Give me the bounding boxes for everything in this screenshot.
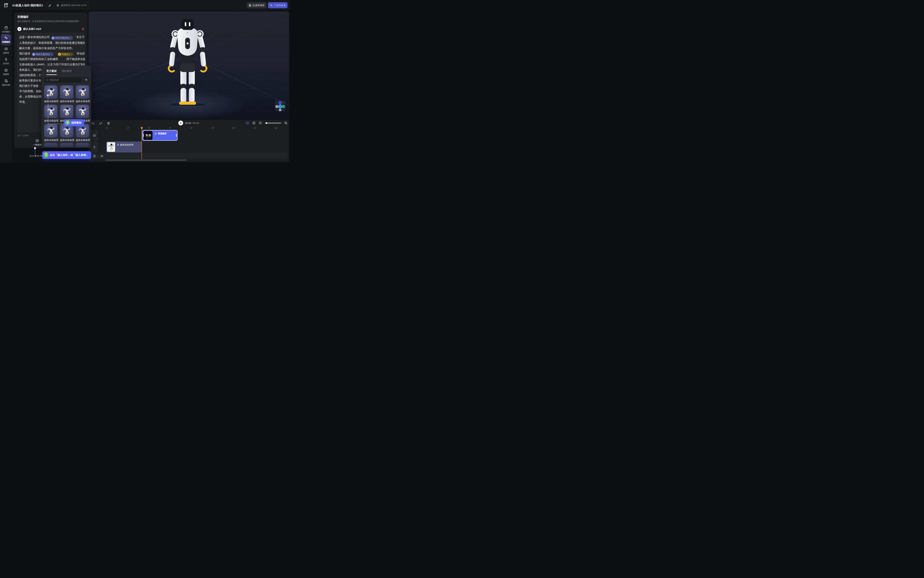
action-clip[interactable]: 超帅走路姿势 <box>106 141 142 153</box>
material-caption: 超帅走路姿势 <box>44 138 58 142</box>
tab-official-materials[interactable]: 官方素材 <box>46 70 57 73</box>
robot-face-icon <box>4 47 8 50</box>
deploy-device-button[interactable]: 下发到设备 <box>268 2 288 8</box>
delete-audio-button[interactable] <box>81 28 85 31</box>
material-grid: 超帅走路姿势...超帅走路姿势超帅走路姿势超帅走路姿势超帅走路姿势超帅走路姿势超… <box>44 85 89 142</box>
fit-view-button[interactable] <box>252 121 255 125</box>
volume-icon[interactable] <box>100 154 103 157</box>
audio-file-row: 默认名称1.mp3 <box>17 27 85 31</box>
trim-handle-left[interactable] <box>143 134 144 137</box>
deploy-device-label: 下发到设备 <box>274 4 286 7</box>
search-icon <box>46 79 49 81</box>
material-thumbnail[interactable] <box>76 85 89 99</box>
timeline-ruler[interactable]: 0f2f4f6f8f10f12f14f16f <box>96 127 288 130</box>
topbar: A1机器人动作-我的项目1 保存时间 26/01/03 12:01 合成并保存 … <box>0 0 290 11</box>
ruler-label: 0f <box>106 127 107 129</box>
material-caption: 超帅走路姿势 <box>60 100 74 103</box>
synthesize-save-label: 合成并保存 <box>253 4 265 7</box>
sidebar-item-2[interactable]: 音频编排 <box>1 34 11 45</box>
undo-button[interactable] <box>91 122 94 125</box>
filter-button[interactable] <box>83 77 89 83</box>
snap-toggle[interactable] <box>246 121 249 125</box>
ruler-tick <box>244 127 244 129</box>
robot-download-icon <box>270 4 273 6</box>
char-counter: 52 / 1,000 <box>18 134 28 137</box>
material-item[interactable]: 超帅走路姿势 <box>44 124 57 142</box>
editor-line: 我们提供 哈哈大笑(10s)×「弯腰(5s)×「样化的产品组合， <box>19 51 83 57</box>
app-logo <box>4 3 8 8</box>
material-caption: 超帅走路姿势 <box>76 138 90 142</box>
timeline-panel: 00:00 / 00:30 0f2f4f6f8f10f12f14f16f <box>88 120 289 162</box>
active-tab-underline <box>46 75 57 75</box>
ruler-label: 10f <box>211 127 214 129</box>
editor-line: 人系统的设计、制造和部署」我们的使命是通过智能自动化 <box>19 40 83 45</box>
rename-button[interactable] <box>47 2 53 8</box>
material-item[interactable]: 超帅走路姿势 <box>60 85 73 103</box>
expression-track-header[interactable] <box>90 130 98 141</box>
material-item[interactable]: 超帅走路姿势 <box>44 105 57 122</box>
one-click-arrange-button[interactable]: 一键编排 <box>33 139 42 146</box>
ruler-tick <box>265 127 265 129</box>
ruler-tick <box>159 127 160 129</box>
material-thumbnail[interactable] <box>44 105 57 118</box>
bend-tag[interactable]: 弯腰(5s)× <box>57 52 74 56</box>
audio-disc-icon[interactable] <box>93 154 96 157</box>
material-thumbnail[interactable] <box>44 124 57 137</box>
ruler-label: 2f <box>127 127 129 129</box>
zoom-out-icon[interactable] <box>259 121 262 125</box>
synthesize-save-button[interactable]: 合成并保存 <box>247 2 267 8</box>
timecode: 00:00 / 00:30 <box>185 122 199 125</box>
expression-clip[interactable]: 害羞微笑 <box>142 130 177 141</box>
timeline-scrollbar[interactable] <box>106 159 187 161</box>
ai-icon <box>36 139 39 143</box>
material-thumbnail[interactable] <box>60 105 73 118</box>
tag-close-icon[interactable]: × <box>51 52 52 57</box>
zoom-in-icon[interactable] <box>284 121 288 125</box>
robot-model[interactable] <box>164 17 211 106</box>
material-thumbnail[interactable] <box>60 85 73 99</box>
sidebar-item-4[interactable]: 动作库 <box>0 58 12 65</box>
timeline-zoom-slider[interactable] <box>265 122 281 124</box>
editor-line: 包括用于精密制造的工业机械臂、」」用于物流和仓储的自 <box>19 56 83 62</box>
material-caption: 超帅走路姿势 <box>44 119 58 122</box>
guide-step-1: 1 点击「插入动作」或「插入表情」 <box>42 151 91 159</box>
sidebar-item-3[interactable]: 表情库 <box>0 47 12 54</box>
material-item[interactable]: 超帅走路姿势 <box>76 85 89 103</box>
laugh-tag[interactable]: 哈哈大笑(10s)× <box>32 52 54 56</box>
axis-y-label: Y <box>280 106 281 108</box>
material-item[interactable]: 超帅走路姿势 <box>76 124 89 142</box>
material-thumbnail[interactable] <box>76 105 89 118</box>
action-track-header[interactable] <box>90 141 98 153</box>
tab-my-materials[interactable]: 我的素材 <box>62 70 72 73</box>
sidebar-item-label: 表情库 <box>3 52 9 54</box>
axis-z-label: Z <box>280 102 281 104</box>
axis-gizmo[interactable]: Z Y X <box>275 101 286 111</box>
redo-button[interactable] <box>99 122 102 125</box>
save-file-icon <box>249 4 251 6</box>
play-button[interactable] <box>178 120 183 125</box>
trim-handle-right[interactable] <box>176 134 177 137</box>
sidebar-item-label: 动作模仿 <box>2 31 10 33</box>
sidebar-item-5[interactable]: 音频库 <box>0 68 12 76</box>
tag-close-icon[interactable]: × <box>70 35 72 41</box>
guide-dot-1 <box>34 147 36 149</box>
axis-x-label: X <box>283 106 284 108</box>
slider-handle[interactable] <box>265 122 267 124</box>
sidebar-item-1[interactable]: 动作模仿 <box>0 26 12 33</box>
ruler-label: 4f <box>148 127 150 129</box>
material-thumbnail[interactable] <box>44 85 57 99</box>
tag-close-icon[interactable]: × <box>71 52 72 57</box>
delete-clip-button[interactable] <box>107 122 110 125</box>
material-item[interactable]: 超帅走路姿势 <box>60 124 73 142</box>
editor-line: 这是一家全球领先的公司 哈哈大笑(10s)×「专注于先进机器 <box>19 34 83 40</box>
sidebar-item-6[interactable]: 我的任务 <box>0 79 12 86</box>
laugh-tag[interactable]: 哈哈大笑(10s)× <box>51 36 73 40</box>
search-input[interactable]: 搜索内容 <box>44 77 82 83</box>
material-picker-popup: 官方素材 我的素材 搜索内容 超帅走路姿势...超帅走路姿势超帅走路姿势超帅走路… <box>42 65 91 148</box>
play-audio-button[interactable] <box>17 27 21 31</box>
panel-title: 音频编排 <box>17 15 28 19</box>
viewport-3d[interactable]: Z Y X <box>88 11 289 119</box>
material-item[interactable]: 超帅走路姿势... <box>44 85 57 103</box>
action-clip-label: 超帅走路姿势 <box>120 143 133 146</box>
audio-track-bar[interactable] <box>90 153 288 159</box>
